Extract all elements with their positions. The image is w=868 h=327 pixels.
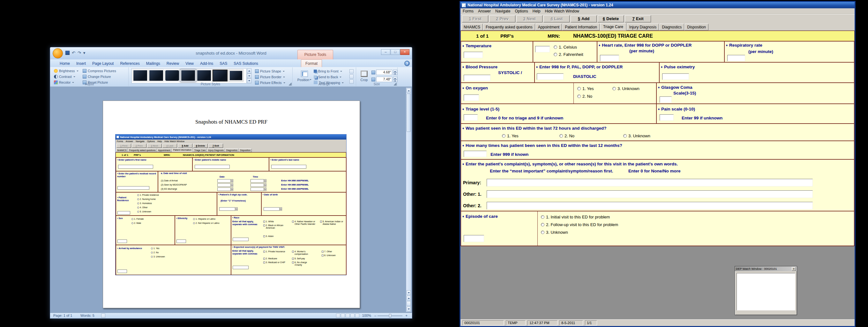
picture-shape-button[interactable]: Picture Shape <box>255 69 285 73</box>
seen-72-option[interactable]: 2. No <box>559 133 575 138</box>
page-indicator[interactable]: Page: 1 of 1 <box>53 314 72 318</box>
resp-rate-input[interactable] <box>727 55 745 61</box>
spellcheck-icon[interactable] <box>101 314 105 318</box>
episode-option[interactable]: 1. Initial visit to this ED for problem <box>541 215 610 219</box>
menu-hide-watch-window[interactable]: Hide Watch Window <box>542 9 582 14</box>
compress-pictures-button[interactable]: Compress Pictures <box>83 69 116 73</box>
picture-border-button[interactable]: Picture Border <box>255 75 285 79</box>
other2-complaint-input[interactable] <box>487 202 813 209</box>
vertical-scrollbar[interactable] <box>406 88 411 312</box>
temp-unit-option[interactable]: 2. Fahrenheit <box>554 52 583 57</box>
pain-scale-input[interactable] <box>660 114 674 121</box>
tab-references[interactable]: References <box>117 60 143 67</box>
seen-12-input[interactable] <box>464 151 487 157</box>
next-page-button[interactable] <box>407 306 411 311</box>
tab-patient-information[interactable]: Patient Information <box>562 24 600 30</box>
watch-window-list[interactable] <box>737 273 795 310</box>
triage-level-input[interactable] <box>464 114 478 121</box>
document-page[interactable]: Snapshots of NHAMCS ED PRF National Hosp… <box>103 100 360 308</box>
spin-up[interactable] <box>393 77 397 80</box>
tab-page-layout[interactable]: Page Layout <box>89 60 117 67</box>
tab-home[interactable]: Home <box>57 60 73 67</box>
bring-to-front-button[interactable]: Bring to Front <box>314 69 342 73</box>
picture-style-thumbnail[interactable] <box>181 70 196 82</box>
oxygen-option[interactable]: 2. No <box>577 94 592 99</box>
scrollbar-thumb[interactable] <box>407 94 411 132</box>
temp-unit-input[interactable] <box>535 46 550 52</box>
tab-disposition[interactable]: Disposition <box>684 24 708 30</box>
tab-insert[interactable]: Insert <box>73 60 89 67</box>
spin-down[interactable] <box>393 80 397 82</box>
menu-answer[interactable]: Answer <box>476 9 493 14</box>
tab-nhamcs[interactable]: NHAMCS <box>461 24 483 30</box>
select-browse-object-button[interactable] <box>407 301 411 306</box>
word-count[interactable]: Words: 5 <box>81 314 94 318</box>
temp-unit-option[interactable]: 1. Celsius <box>554 45 577 50</box>
height-input[interactable]: 4.68" <box>376 70 392 75</box>
picture-style-thumbnail[interactable] <box>228 70 244 82</box>
close-icon[interactable]: × <box>792 267 796 271</box>
tab-sas[interactable]: SAS <box>216 60 230 67</box>
menu-forms[interactable]: Forms <box>461 9 476 14</box>
width-input[interactable]: 7.48" <box>376 77 392 82</box>
previous-page-button[interactable] <box>407 296 411 300</box>
tab-triage-care[interactable]: Triage Care <box>600 23 626 31</box>
contrast-button[interactable]: Contrast <box>54 75 75 79</box>
oxygen-option[interactable]: 3. Unknown <box>612 86 640 91</box>
picture-style-thumbnail[interactable] <box>213 70 227 82</box>
menu-options[interactable]: Options <box>513 9 530 14</box>
dialog-launcher-icon[interactable] <box>394 83 397 86</box>
tab-faq[interactable]: Frequently asked questions <box>483 24 535 30</box>
spin-down[interactable] <box>393 72 397 76</box>
episode-option[interactable]: 3. Unknown <box>541 230 568 235</box>
brightness-button[interactable]: Brightness <box>54 69 79 73</box>
view-fullscreen-button[interactable] <box>341 314 345 318</box>
tab-review[interactable]: Review <box>163 60 182 67</box>
pulse-ox-input[interactable] <box>662 73 689 80</box>
delete-button[interactable]: 6Delete <box>598 15 624 22</box>
glasgow-input[interactable] <box>660 96 672 103</box>
close-button[interactable]: × <box>400 49 409 55</box>
systolic-input[interactable] <box>464 75 491 81</box>
position-button[interactable]: Position <box>297 68 312 84</box>
tab-add-ins[interactable]: Add-Ins <box>197 60 216 67</box>
episode-option[interactable]: 2. Follow-up visit to this ED for proble… <box>541 222 618 227</box>
tab-sas-solutions[interactable]: SAS Solutions <box>230 60 261 67</box>
seen-72-option[interactable]: 1. Yes <box>502 133 518 138</box>
other1-complaint-input[interactable] <box>487 190 813 198</box>
menu-help[interactable]: Help <box>530 9 543 14</box>
tab-injury-diagnosis[interactable]: Injury Diagnosis <box>627 24 659 30</box>
picture-style-thumbnail[interactable] <box>196 70 212 82</box>
add-button[interactable]: 5Add <box>570 15 597 22</box>
view-print-layout-button[interactable] <box>336 314 340 318</box>
zoom-out-button[interactable]: – <box>374 314 376 318</box>
exit-button[interactable]: 7Exit <box>625 15 651 22</box>
view-draft-button[interactable] <box>355 314 359 318</box>
tab-diagnostics[interactable]: Diagnostics <box>659 24 684 30</box>
spin-up[interactable] <box>393 70 397 72</box>
primary-complaint-input[interactable] <box>487 179 813 186</box>
gallery-scroll-down[interactable] <box>247 73 251 79</box>
seen-72-option[interactable]: 3. Unknown <box>623 133 650 138</box>
tab-mailings[interactable]: Mailings <box>143 60 163 67</box>
tab-format[interactable]: Format <box>301 59 322 67</box>
help-button[interactable]: ? <box>404 61 410 66</box>
embedded-screenshot[interactable]: National Hospital Ambulatory Medical Car… <box>115 134 347 275</box>
zoom-in-button[interactable]: + <box>406 314 407 318</box>
scroll-up-button[interactable] <box>407 88 411 93</box>
diastolic-input[interactable] <box>537 73 564 80</box>
crop-button[interactable]: Crop <box>358 68 370 84</box>
minimize-button[interactable]: – <box>381 49 390 55</box>
picture-style-thumbnail[interactable] <box>149 70 164 82</box>
picture-style-thumbnail[interactable] <box>133 70 148 82</box>
view-web-layout-button[interactable] <box>346 314 350 318</box>
view-outline-button[interactable] <box>350 314 354 318</box>
group-button[interactable] <box>349 75 353 79</box>
menu-navigate[interactable]: Navigate <box>493 9 513 14</box>
scroll-down-button[interactable] <box>407 290 411 295</box>
tab-view[interactable]: View <box>182 60 197 67</box>
align-button[interactable] <box>349 69 353 73</box>
maximize-button[interactable]: □ <box>391 49 400 55</box>
heart-rate-input[interactable] <box>600 55 619 61</box>
send-to-back-button[interactable]: Send to Back <box>314 75 341 79</box>
